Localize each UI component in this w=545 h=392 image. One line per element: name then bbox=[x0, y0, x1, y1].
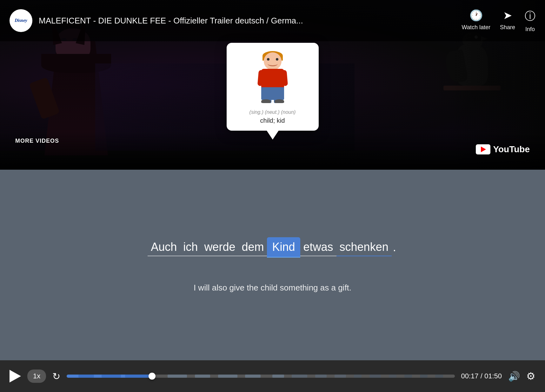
gear-icon: ⚙ bbox=[526, 370, 535, 382]
subtitle-german: Auch ich werde dem Kind etwas schenken . bbox=[148, 237, 397, 258]
share-label: Share bbox=[500, 24, 515, 31]
disney-logo[interactable]: Disney bbox=[10, 9, 32, 32]
subtitle-word-auch[interactable]: Auch bbox=[148, 238, 180, 256]
share-button[interactable]: ➤ Share bbox=[500, 9, 515, 33]
subtitle-word-kind[interactable]: Kind bbox=[267, 237, 300, 258]
progress-thumb[interactable] bbox=[149, 373, 156, 380]
watch-later-button[interactable]: 🕐 Watch later bbox=[462, 9, 490, 33]
subtitle-word-ich[interactable]: ich bbox=[180, 238, 201, 256]
yt-play-triangle bbox=[481, 147, 486, 152]
subtitle-english: I will also give the child something as … bbox=[194, 283, 351, 293]
info-label: Info bbox=[525, 26, 535, 33]
time-separator: / bbox=[481, 372, 484, 380]
info-icon: ⓘ bbox=[525, 9, 535, 23]
info-button[interactable]: ⓘ Info bbox=[525, 9, 535, 33]
volume-button[interactable]: 🔊 bbox=[508, 371, 520, 382]
share-icon: ➤ bbox=[503, 9, 512, 22]
time-total: 01:50 bbox=[484, 372, 502, 380]
time-display: 00:17 / 01:50 bbox=[461, 372, 502, 380]
popup-translation: child; kid bbox=[260, 117, 285, 124]
yt-text: YouTube bbox=[493, 144, 530, 154]
word-popup-card: (sing.) (neut.) (noun) child; kid bbox=[227, 43, 319, 131]
time-current: 00:17 bbox=[461, 372, 479, 380]
top-bar: Disney MALEFICENT - DIE DUNKLE FEE - Off… bbox=[0, 0, 545, 41]
subtitle-word-schenken[interactable]: schenken bbox=[336, 238, 392, 256]
volume-icon: 🔊 bbox=[508, 371, 520, 382]
youtube-logo: YouTube bbox=[476, 144, 530, 154]
play-button[interactable] bbox=[10, 370, 21, 382]
progress-bar[interactable] bbox=[67, 373, 455, 380]
top-actions: 🕐 Watch later ➤ Share ⓘ Info bbox=[462, 9, 535, 33]
child-head bbox=[264, 52, 282, 70]
video-title: MALEFICENT - DIE DUNKLE FEE - Offizielle… bbox=[39, 16, 455, 26]
popup-grammar: (sing.) (neut.) (noun) bbox=[249, 109, 296, 115]
subtitle-word-etwas[interactable]: etwas bbox=[300, 238, 336, 256]
replay-icon: ↻ bbox=[52, 371, 60, 382]
play-icon bbox=[10, 370, 21, 382]
video-container: MORE VIDEOS YouTube Disney MALEFICENT - … bbox=[0, 0, 545, 170]
watch-later-label: Watch later bbox=[462, 24, 490, 31]
subtitle-area: Auch ich werde dem Kind etwas schenken .… bbox=[0, 170, 545, 360]
more-videos-label: MORE VIDEOS bbox=[15, 138, 59, 144]
subtitle-punct: . bbox=[392, 239, 397, 256]
settings-button[interactable]: ⚙ bbox=[526, 370, 535, 382]
subtitle-word-dem[interactable]: dem bbox=[238, 238, 267, 256]
child-illustration bbox=[257, 52, 289, 103]
progress-background bbox=[67, 375, 455, 378]
child-body bbox=[261, 69, 284, 88]
controls-bar: 1x ↻ bbox=[0, 360, 545, 392]
subtitle-word-werde[interactable]: werde bbox=[201, 238, 238, 256]
watch-later-icon: 🕐 bbox=[469, 9, 483, 22]
yt-play-icon bbox=[476, 144, 490, 154]
speed-button[interactable]: 1x bbox=[27, 369, 46, 383]
popup-image-area bbox=[247, 49, 298, 106]
disney-logo-text: Disney bbox=[15, 18, 27, 23]
replay-button[interactable]: ↻ bbox=[52, 370, 60, 382]
